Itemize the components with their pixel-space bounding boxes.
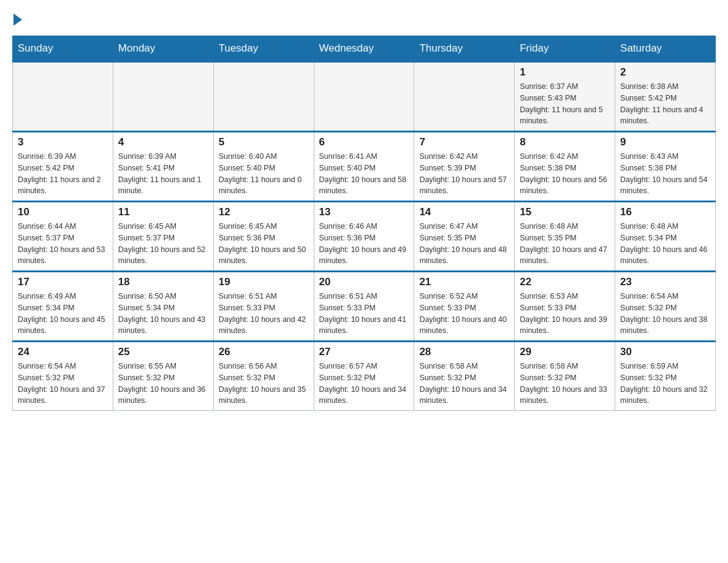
calendar-cell: 15Sunrise: 6:48 AMSunset: 5:35 PMDayligh… — [515, 202, 615, 272]
day-info: Sunrise: 6:40 AMSunset: 5:40 PMDaylight:… — [219, 151, 309, 197]
calendar-week-2: 3Sunrise: 6:39 AMSunset: 5:42 PMDaylight… — [13, 132, 716, 202]
day-info: Sunrise: 6:42 AMSunset: 5:38 PMDaylight:… — [520, 151, 610, 197]
calendar-cell: 11Sunrise: 6:45 AMSunset: 5:37 PMDayligh… — [113, 202, 213, 272]
day-number: 25 — [118, 346, 208, 358]
day-number: 8 — [520, 136, 610, 148]
day-number: 28 — [419, 346, 509, 358]
day-number: 30 — [620, 346, 710, 358]
day-info: Sunrise: 6:43 AMSunset: 5:38 PMDaylight:… — [620, 151, 710, 197]
day-number: 23 — [620, 276, 710, 288]
weekday-header-thursday: Thursday — [414, 36, 515, 62]
day-number: 20 — [319, 276, 409, 288]
day-number: 3 — [18, 136, 108, 148]
calendar-cell: 25Sunrise: 6:55 AMSunset: 5:32 PMDayligh… — [113, 342, 213, 411]
day-info: Sunrise: 6:45 AMSunset: 5:36 PMDaylight:… — [219, 221, 309, 267]
day-number: 26 — [219, 346, 309, 358]
day-number: 4 — [118, 136, 208, 148]
calendar-cell: 4Sunrise: 6:39 AMSunset: 5:41 PMDaylight… — [113, 132, 213, 202]
calendar-cell: 8Sunrise: 6:42 AMSunset: 5:38 PMDaylight… — [515, 132, 615, 202]
day-number: 10 — [18, 206, 108, 218]
day-info: Sunrise: 6:54 AMSunset: 5:32 PMDaylight:… — [18, 361, 108, 407]
day-number: 9 — [620, 136, 710, 148]
calendar-cell: 5Sunrise: 6:40 AMSunset: 5:40 PMDaylight… — [213, 132, 314, 202]
calendar-cell: 29Sunrise: 6:58 AMSunset: 5:32 PMDayligh… — [515, 342, 615, 411]
day-number: 7 — [419, 136, 509, 148]
calendar-cell — [213, 62, 314, 132]
calendar-cell — [113, 62, 213, 132]
day-info: Sunrise: 6:51 AMSunset: 5:33 PMDaylight:… — [219, 291, 309, 337]
day-info: Sunrise: 6:52 AMSunset: 5:33 PMDaylight:… — [419, 291, 509, 337]
day-info: Sunrise: 6:58 AMSunset: 5:32 PMDaylight:… — [520, 361, 610, 407]
calendar-cell: 6Sunrise: 6:41 AMSunset: 5:40 PMDaylight… — [314, 132, 414, 202]
day-number: 2 — [620, 66, 710, 79]
calendar-cell: 1Sunrise: 6:37 AMSunset: 5:43 PMDaylight… — [515, 62, 615, 132]
day-info: Sunrise: 6:39 AMSunset: 5:41 PMDaylight:… — [118, 151, 208, 197]
day-number: 16 — [620, 206, 710, 218]
day-number: 14 — [419, 206, 509, 218]
calendar-cell: 9Sunrise: 6:43 AMSunset: 5:38 PMDaylight… — [615, 132, 716, 202]
calendar-cell: 28Sunrise: 6:58 AMSunset: 5:32 PMDayligh… — [414, 342, 515, 411]
calendar-body: 1Sunrise: 6:37 AMSunset: 5:43 PMDaylight… — [13, 62, 716, 411]
calendar-week-4: 17Sunrise: 6:49 AMSunset: 5:34 PMDayligh… — [13, 272, 716, 342]
day-info: Sunrise: 6:53 AMSunset: 5:33 PMDaylight:… — [520, 291, 610, 337]
calendar-cell: 20Sunrise: 6:51 AMSunset: 5:33 PMDayligh… — [314, 272, 414, 342]
day-info: Sunrise: 6:46 AMSunset: 5:36 PMDaylight:… — [319, 221, 409, 267]
day-info: Sunrise: 6:38 AMSunset: 5:42 PMDaylight:… — [620, 81, 710, 127]
weekday-header-friday: Friday — [515, 36, 615, 62]
calendar-cell: 2Sunrise: 6:38 AMSunset: 5:42 PMDaylight… — [615, 62, 716, 132]
day-number: 17 — [18, 276, 108, 288]
day-number: 12 — [219, 206, 309, 218]
calendar-cell: 19Sunrise: 6:51 AMSunset: 5:33 PMDayligh… — [213, 272, 314, 342]
calendar-cell — [314, 62, 414, 132]
calendar-cell: 22Sunrise: 6:53 AMSunset: 5:33 PMDayligh… — [515, 272, 615, 342]
day-info: Sunrise: 6:51 AMSunset: 5:33 PMDaylight:… — [319, 291, 409, 337]
day-number: 27 — [319, 346, 409, 358]
day-number: 21 — [419, 276, 509, 288]
day-info: Sunrise: 6:47 AMSunset: 5:35 PMDaylight:… — [419, 221, 509, 267]
calendar-table: SundayMondayTuesdayWednesdayThursdayFrid… — [12, 36, 716, 411]
calendar-cell: 30Sunrise: 6:59 AMSunset: 5:32 PMDayligh… — [615, 342, 716, 411]
day-number: 11 — [118, 206, 208, 218]
day-info: Sunrise: 6:55 AMSunset: 5:32 PMDaylight:… — [118, 361, 208, 407]
calendar-cell: 10Sunrise: 6:44 AMSunset: 5:37 PMDayligh… — [13, 202, 113, 272]
day-info: Sunrise: 6:50 AMSunset: 5:34 PMDaylight:… — [118, 291, 208, 337]
weekday-header-tuesday: Tuesday — [213, 36, 314, 62]
day-number: 6 — [319, 136, 409, 148]
calendar-cell: 24Sunrise: 6:54 AMSunset: 5:32 PMDayligh… — [13, 342, 113, 411]
day-info: Sunrise: 6:42 AMSunset: 5:39 PMDaylight:… — [419, 151, 509, 197]
calendar-cell — [414, 62, 515, 132]
day-number: 15 — [520, 206, 610, 218]
calendar-cell: 13Sunrise: 6:46 AMSunset: 5:36 PMDayligh… — [314, 202, 414, 272]
day-number: 1 — [520, 66, 610, 79]
weekday-header-monday: Monday — [113, 36, 213, 62]
day-number: 18 — [118, 276, 208, 288]
calendar-week-5: 24Sunrise: 6:54 AMSunset: 5:32 PMDayligh… — [13, 342, 716, 411]
day-info: Sunrise: 6:41 AMSunset: 5:40 PMDaylight:… — [319, 151, 409, 197]
day-number: 5 — [219, 136, 309, 148]
calendar-cell: 27Sunrise: 6:57 AMSunset: 5:32 PMDayligh… — [314, 342, 414, 411]
calendar-cell: 16Sunrise: 6:48 AMSunset: 5:34 PMDayligh… — [615, 202, 716, 272]
page-header — [12, 12, 716, 23]
day-number: 22 — [520, 276, 610, 288]
day-info: Sunrise: 6:37 AMSunset: 5:43 PMDaylight:… — [520, 81, 610, 127]
weekday-header-row: SundayMondayTuesdayWednesdayThursdayFrid… — [13, 36, 716, 62]
day-info: Sunrise: 6:44 AMSunset: 5:37 PMDaylight:… — [18, 221, 108, 267]
day-info: Sunrise: 6:56 AMSunset: 5:32 PMDaylight:… — [219, 361, 309, 407]
calendar-cell: 3Sunrise: 6:39 AMSunset: 5:42 PMDaylight… — [13, 132, 113, 202]
weekday-header-sunday: Sunday — [13, 36, 113, 62]
day-info: Sunrise: 6:59 AMSunset: 5:32 PMDaylight:… — [620, 361, 710, 407]
weekday-header-saturday: Saturday — [615, 36, 716, 62]
day-info: Sunrise: 6:58 AMSunset: 5:32 PMDaylight:… — [419, 361, 509, 407]
day-info: Sunrise: 6:48 AMSunset: 5:35 PMDaylight:… — [520, 221, 610, 267]
calendar-cell — [13, 62, 113, 132]
day-info: Sunrise: 6:57 AMSunset: 5:32 PMDaylight:… — [319, 361, 409, 407]
day-number: 19 — [219, 276, 309, 288]
calendar-week-3: 10Sunrise: 6:44 AMSunset: 5:37 PMDayligh… — [13, 202, 716, 272]
day-number: 24 — [18, 346, 108, 358]
calendar-cell: 18Sunrise: 6:50 AMSunset: 5:34 PMDayligh… — [113, 272, 213, 342]
day-info: Sunrise: 6:48 AMSunset: 5:34 PMDaylight:… — [620, 221, 710, 267]
calendar-cell: 12Sunrise: 6:45 AMSunset: 5:36 PMDayligh… — [213, 202, 314, 272]
calendar-cell: 26Sunrise: 6:56 AMSunset: 5:32 PMDayligh… — [213, 342, 314, 411]
calendar-week-1: 1Sunrise: 6:37 AMSunset: 5:43 PMDaylight… — [13, 62, 716, 132]
day-info: Sunrise: 6:54 AMSunset: 5:32 PMDaylight:… — [620, 291, 710, 337]
